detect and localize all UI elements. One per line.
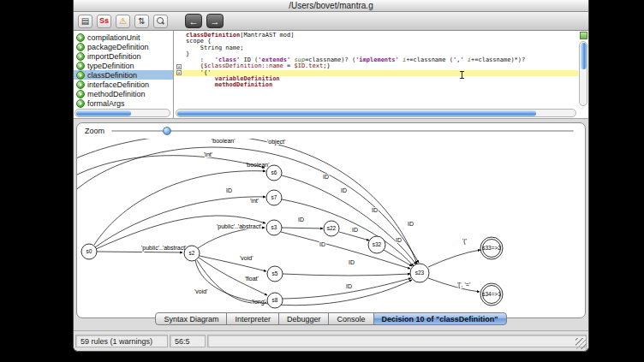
editor-v-scrollbar[interactable]	[579, 41, 587, 106]
rule-icon	[76, 62, 85, 70]
rule-icon	[76, 52, 85, 61]
forward-button[interactable]: →	[206, 14, 224, 28]
warnings-button[interactable]: ⚠	[116, 15, 130, 28]
edge-label: ID	[323, 174, 329, 180]
state-label: s3	[271, 224, 277, 230]
edge-label: 'object'	[267, 139, 285, 145]
editor-h-scrollbar[interactable]	[176, 109, 576, 117]
search-icon	[157, 17, 164, 25]
rule-label: typeDefinition	[87, 62, 134, 70]
search-button[interactable]	[153, 15, 168, 28]
state-label: s22	[327, 225, 337, 231]
rule-icon	[76, 80, 85, 89]
scroll-thumb[interactable]	[177, 110, 536, 116]
dfa-edge	[428, 250, 480, 267]
status-spacer	[207, 335, 587, 347]
edge-label: ID	[396, 237, 402, 243]
state-label: s34=>1	[482, 291, 501, 297]
resize-grip[interactable]	[575, 338, 587, 349]
fold-toggle-icon[interactable]: +	[176, 70, 182, 75]
state-label: s33=>2	[482, 245, 501, 251]
split-pane-button[interactable]	[580, 32, 587, 39]
window-title: /Users/bovet/mantra.g	[289, 1, 373, 10]
syntax-diagram-svg: 'public'..'abstract''public'..'abstract'…	[77, 139, 585, 317]
code-line[interactable]: String name;	[174, 45, 578, 51]
tab-2[interactable]: Debugger	[278, 312, 330, 325]
rule-item-typeDefinition[interactable]: typeDefinition	[74, 61, 173, 70]
edge-label: 'void'	[194, 288, 208, 294]
edge-label: 'public'..'abstract'	[217, 223, 261, 230]
back-arrow-icon: ←	[189, 16, 199, 27]
rule-label: packageDefinition	[87, 43, 149, 51]
edge-label: ID	[349, 259, 355, 265]
rule-item-importDefinition[interactable]: importDefinition	[74, 51, 173, 61]
upper-split: compilationUnitpackageDefinitionimportDe…	[74, 31, 588, 119]
status-bar: 59 rules (1 warnings) 56:5	[74, 330, 588, 351]
dfa-edge	[97, 252, 182, 252]
edge-label: 'void'	[240, 255, 253, 261]
dfa-edge	[339, 232, 369, 240]
diagram-area: 'public'..'abstract''public'..'abstract'…	[77, 139, 585, 317]
edge-label: '('	[462, 238, 467, 245]
scroll-thumb[interactable]	[76, 110, 131, 116]
rule-item-formalArgs[interactable]: formalArgs	[74, 98, 173, 108]
code-line[interactable]: + {$classDefinition::name = $ID.text;}	[174, 63, 578, 69]
state-label: s2	[189, 250, 195, 256]
zoom-label: Zoom	[85, 127, 104, 135]
edge-label: ID	[408, 221, 414, 227]
rule-label: interfaceDefinition	[87, 80, 149, 89]
edge-label: ID	[341, 187, 347, 193]
forward-arrow-icon: →	[211, 16, 220, 27]
rules-view-button[interactable]: ▤	[78, 15, 92, 28]
rule-label: importDefinition	[87, 52, 141, 61]
decision-panel: Zoom 'public'..'abstract''public'..'abst…	[76, 122, 586, 318]
rule-item-packageDefinition[interactable]: packageDefinition	[74, 42, 173, 51]
dfa-edge	[384, 250, 412, 266]
tab-0[interactable]: Syntax Diagram	[155, 312, 227, 325]
zoom-slider-knob[interactable]	[163, 127, 171, 135]
fold-toggle-icon[interactable]: +	[176, 64, 182, 69]
edge-label: ID	[298, 217, 304, 223]
rule-item-compilationUnit[interactable]: compilationUnit	[74, 33, 173, 42]
code-area[interactable]: classDefinition[MantraAST mod]scope { St…	[174, 33, 578, 107]
goto-rule-icon: ⇅	[138, 17, 145, 26]
rule-label: classDefinition	[87, 71, 137, 80]
rule-item-methodDefinition[interactable]: methodDefinition	[74, 89, 173, 98]
state-label: s5	[272, 270, 278, 276]
zoom-slider[interactable]	[111, 126, 577, 136]
rule-icon	[76, 33, 85, 42]
state-label: s8	[272, 297, 278, 303]
editor-panel: classDefinition[MantraAST mod]scope { St…	[174, 31, 588, 118]
code-line[interactable]: methodDefinition	[174, 82, 578, 88]
edge-label: 'int'	[250, 198, 259, 204]
rule-item-classDefinition[interactable]: classDefinition	[74, 70, 173, 80]
title-bar[interactable]: /Users/bovet/mantra.g	[74, 0, 588, 12]
zoom-row: Zoom	[77, 123, 585, 139]
tab-1[interactable]: Interpreter	[226, 312, 279, 325]
edge-label: ID	[319, 241, 325, 247]
edge-label: 'int'	[204, 151, 212, 157]
rules-list: compilationUnitpackageDefinitionimportDe…	[74, 33, 173, 109]
rule-icon	[76, 71, 85, 80]
edge-label: ID	[226, 187, 232, 193]
dfa-edge	[195, 260, 412, 306]
rule-item-interfaceDefinition[interactable]: interfaceDefinition	[74, 80, 173, 89]
code-line[interactable]: classDefinition[MantraAST mod]	[174, 33, 578, 39]
dfa-edge	[197, 260, 266, 303]
scroll-thumb[interactable]	[581, 43, 587, 69]
edge-label: ID	[346, 283, 352, 289]
zoom-slider-track[interactable]	[111, 130, 574, 132]
rules-h-scrollbar[interactable]	[75, 109, 170, 117]
dfa-edge	[428, 278, 480, 292]
syntax-coloring-icon: Ss	[99, 17, 109, 25]
edge-label: 'public'..'abstract'	[141, 245, 186, 252]
syntax-coloring-button[interactable]: Ss	[97, 15, 111, 28]
back-button[interactable]: ←	[185, 14, 202, 28]
rule-icon	[76, 43, 85, 51]
warning-icon: ⚠	[119, 17, 127, 26]
edge-label: '[', '='	[457, 282, 470, 288]
tab-4[interactable]: Decision 10 of "classDefinition"	[373, 312, 507, 325]
rules-panel: compilationUnitpackageDefinitionimportDe…	[74, 31, 174, 118]
tab-3[interactable]: Console	[328, 312, 373, 325]
goto-rule-button[interactable]: ⇅	[134, 15, 149, 28]
